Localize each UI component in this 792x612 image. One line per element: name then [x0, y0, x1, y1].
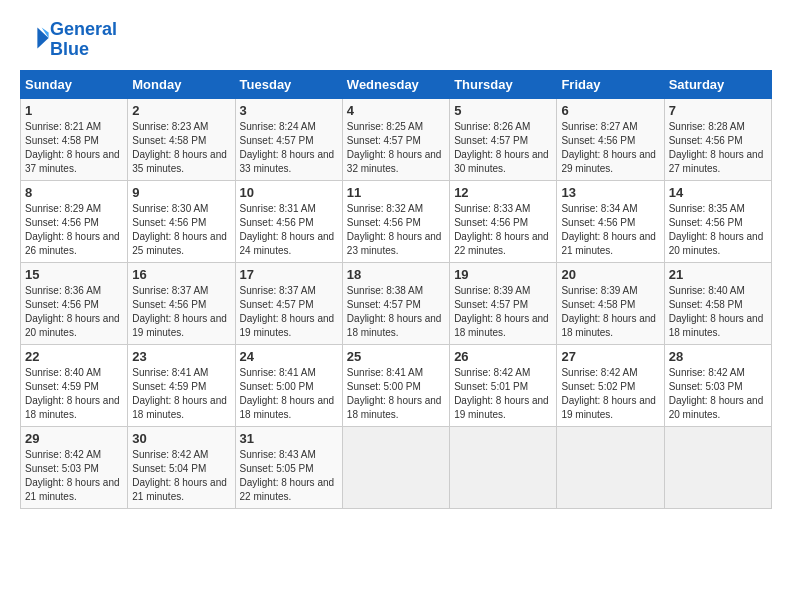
calendar-header: Sunday Monday Tuesday Wednesday Thursday…	[21, 70, 772, 98]
logo-text: General Blue	[50, 20, 117, 60]
col-sunday: Sunday	[21, 70, 128, 98]
logo-icon	[22, 24, 50, 52]
table-row: 24 Sunrise: 8:41 AMSunset: 5:00 PMDaylig…	[235, 344, 342, 426]
calendar-week-row: 29 Sunrise: 8:42 AMSunset: 5:03 PMDaylig…	[21, 426, 772, 508]
table-row: 8 Sunrise: 8:29 AMSunset: 4:56 PMDayligh…	[21, 180, 128, 262]
calendar-week-row: 15 Sunrise: 8:36 AMSunset: 4:56 PMDaylig…	[21, 262, 772, 344]
page-header: General Blue	[20, 20, 772, 60]
table-row: 9 Sunrise: 8:30 AMSunset: 4:56 PMDayligh…	[128, 180, 235, 262]
table-row	[450, 426, 557, 508]
table-row: 2 Sunrise: 8:23 AMSunset: 4:58 PMDayligh…	[128, 98, 235, 180]
col-saturday: Saturday	[664, 70, 771, 98]
table-row: 22 Sunrise: 8:40 AMSunset: 4:59 PMDaylig…	[21, 344, 128, 426]
table-row: 15 Sunrise: 8:36 AMSunset: 4:56 PMDaylig…	[21, 262, 128, 344]
table-row: 18 Sunrise: 8:38 AMSunset: 4:57 PMDaylig…	[342, 262, 449, 344]
table-row: 26 Sunrise: 8:42 AMSunset: 5:01 PMDaylig…	[450, 344, 557, 426]
table-row: 4 Sunrise: 8:25 AMSunset: 4:57 PMDayligh…	[342, 98, 449, 180]
col-wednesday: Wednesday	[342, 70, 449, 98]
table-row: 12 Sunrise: 8:33 AMSunset: 4:56 PMDaylig…	[450, 180, 557, 262]
table-row: 1 Sunrise: 8:21 AMSunset: 4:58 PMDayligh…	[21, 98, 128, 180]
table-row: 27 Sunrise: 8:42 AMSunset: 5:02 PMDaylig…	[557, 344, 664, 426]
table-row: 10 Sunrise: 8:31 AMSunset: 4:56 PMDaylig…	[235, 180, 342, 262]
table-row: 31 Sunrise: 8:43 AMSunset: 5:05 PMDaylig…	[235, 426, 342, 508]
svg-marker-0	[37, 27, 48, 48]
calendar-week-row: 22 Sunrise: 8:40 AMSunset: 4:59 PMDaylig…	[21, 344, 772, 426]
col-friday: Friday	[557, 70, 664, 98]
table-row: 30 Sunrise: 8:42 AMSunset: 5:04 PMDaylig…	[128, 426, 235, 508]
table-row	[342, 426, 449, 508]
calendar-table: Sunday Monday Tuesday Wednesday Thursday…	[20, 70, 772, 509]
calendar-body: 1 Sunrise: 8:21 AMSunset: 4:58 PMDayligh…	[21, 98, 772, 508]
table-row: 6 Sunrise: 8:27 AMSunset: 4:56 PMDayligh…	[557, 98, 664, 180]
table-row: 14 Sunrise: 8:35 AMSunset: 4:56 PMDaylig…	[664, 180, 771, 262]
table-row: 25 Sunrise: 8:41 AMSunset: 5:00 PMDaylig…	[342, 344, 449, 426]
table-row: 3 Sunrise: 8:24 AMSunset: 4:57 PMDayligh…	[235, 98, 342, 180]
calendar-week-row: 1 Sunrise: 8:21 AMSunset: 4:58 PMDayligh…	[21, 98, 772, 180]
table-row: 23 Sunrise: 8:41 AMSunset: 4:59 PMDaylig…	[128, 344, 235, 426]
col-thursday: Thursday	[450, 70, 557, 98]
header-row: Sunday Monday Tuesday Wednesday Thursday…	[21, 70, 772, 98]
table-row	[557, 426, 664, 508]
col-monday: Monday	[128, 70, 235, 98]
table-row: 16 Sunrise: 8:37 AMSunset: 4:56 PMDaylig…	[128, 262, 235, 344]
table-row: 28 Sunrise: 8:42 AMSunset: 5:03 PMDaylig…	[664, 344, 771, 426]
table-row: 20 Sunrise: 8:39 AMSunset: 4:58 PMDaylig…	[557, 262, 664, 344]
logo: General Blue	[20, 20, 117, 60]
table-row: 5 Sunrise: 8:26 AMSunset: 4:57 PMDayligh…	[450, 98, 557, 180]
table-row: 21 Sunrise: 8:40 AMSunset: 4:58 PMDaylig…	[664, 262, 771, 344]
table-row: 11 Sunrise: 8:32 AMSunset: 4:56 PMDaylig…	[342, 180, 449, 262]
table-row: 13 Sunrise: 8:34 AMSunset: 4:56 PMDaylig…	[557, 180, 664, 262]
table-row: 17 Sunrise: 8:37 AMSunset: 4:57 PMDaylig…	[235, 262, 342, 344]
table-row: 7 Sunrise: 8:28 AMSunset: 4:56 PMDayligh…	[664, 98, 771, 180]
col-tuesday: Tuesday	[235, 70, 342, 98]
table-row	[664, 426, 771, 508]
table-row: 19 Sunrise: 8:39 AMSunset: 4:57 PMDaylig…	[450, 262, 557, 344]
table-row: 29 Sunrise: 8:42 AMSunset: 5:03 PMDaylig…	[21, 426, 128, 508]
calendar-week-row: 8 Sunrise: 8:29 AMSunset: 4:56 PMDayligh…	[21, 180, 772, 262]
